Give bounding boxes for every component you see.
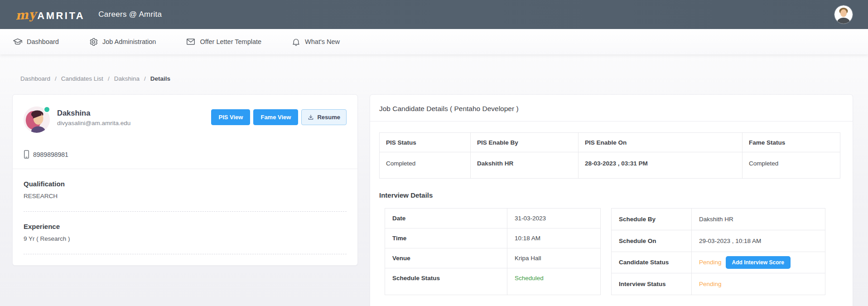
user-profile-avatar[interactable] xyxy=(834,5,853,24)
interview-status-value: Pending xyxy=(692,273,825,295)
envelope-icon xyxy=(186,37,196,47)
candidate-email: divyasalini@am.amrita.edu xyxy=(57,120,130,126)
interview-status-label: Interview Status xyxy=(612,273,692,295)
schedule-by-label: Schedule By xyxy=(612,209,692,230)
schedule-status-label: Schedule Status xyxy=(385,268,507,295)
pis-enable-on-header: PIS Enable On xyxy=(579,133,743,152)
candidate-status-label: Candidate Status xyxy=(612,252,692,273)
interview-details-title: Interview Details xyxy=(379,191,839,199)
nav-label: What's New xyxy=(305,38,340,45)
table-row: Candidate Status Pending Add Interview S… xyxy=(612,252,825,273)
candidate-avatar xyxy=(24,107,50,133)
interview-status-table: Schedule By Dakshith HR Schedule On 29-0… xyxy=(611,208,825,295)
job-candidate-details-card: Job Candidate Details ( Pentaho Develope… xyxy=(370,94,853,306)
download-icon xyxy=(308,114,314,121)
careers-page: my AMRITA Careers @ Amrita xyxy=(0,0,868,306)
experience-section: Experience 9 Yr ( Research ) xyxy=(13,212,357,242)
content-area: Dakshina divyasalini@am.amrita.edu PIS V… xyxy=(0,82,868,306)
top-header: my AMRITA Careers @ Amrita xyxy=(0,0,868,29)
nav-item-dashboard[interactable]: Dashboard xyxy=(5,32,66,51)
candidate-action-buttons: PIS View Fame View Resume xyxy=(211,107,347,125)
pis-status-table: PIS Status PIS Enable By PIS Enable On F… xyxy=(379,132,840,179)
breadcrumb-separator: / xyxy=(144,75,146,82)
pis-status-header: PIS Status xyxy=(380,133,471,152)
table-row: Schedule On 29-03-2023 , 10:18 AM xyxy=(612,230,825,252)
bell-icon xyxy=(291,37,301,47)
nav-label: Offer Letter Template xyxy=(200,38,261,45)
breadcrumb-candidate-name[interactable]: Dakshina xyxy=(114,75,140,82)
logo-amrita-text: AMRITA xyxy=(37,10,85,22)
breadcrumb-candidates-list[interactable]: Candidates List xyxy=(61,75,103,82)
breadcrumb-current-details: Details xyxy=(150,75,170,82)
app-title: Careers @ Amrita xyxy=(98,10,162,19)
date-value: 31-03-2023 xyxy=(507,209,601,228)
pis-enable-by-value: Dakshith HR xyxy=(471,152,579,179)
fame-view-button[interactable]: Fame View xyxy=(253,109,298,125)
candidate-identity: Dakshina divyasalini@am.amrita.edu xyxy=(57,107,130,126)
time-value: 10:18 AM xyxy=(507,228,601,248)
schedule-status-value: Scheduled xyxy=(507,268,601,295)
nav-item-job-administration[interactable]: Job Administration xyxy=(82,33,163,51)
graduation-cap-icon xyxy=(13,37,23,47)
table-row: Date 31-03-2023 xyxy=(385,209,601,228)
myamrita-logo[interactable]: my AMRITA xyxy=(15,8,85,22)
user-avatar-icon xyxy=(834,5,853,24)
nav-label: Dashboard xyxy=(27,38,59,45)
table-row: Schedule By Dakshith HR xyxy=(612,209,825,230)
experience-label: Experience xyxy=(24,223,347,230)
candidate-phone-row: 8989898981 xyxy=(13,133,357,169)
candidate-summary-card: Dakshina divyasalini@am.amrita.edu PIS V… xyxy=(12,94,358,266)
interview-schedule-table: Date 31-03-2023 Time 10:18 AM Venue Krip… xyxy=(385,208,601,295)
pis-table-value-row: Completed Dakshith HR 28-03-2023 , 03:31… xyxy=(380,152,840,179)
table-row: Schedule Status Scheduled xyxy=(385,268,601,295)
details-card-title: Job Candidate Details ( Pentaho Develope… xyxy=(370,95,853,121)
experience-value: 9 Yr ( Research ) xyxy=(24,235,347,242)
pis-table-header-row: PIS Status PIS Enable By PIS Enable On F… xyxy=(380,133,840,152)
candidate-header-row: Dakshina divyasalini@am.amrita.edu PIS V… xyxy=(13,95,357,133)
nav-item-offer-letter-template[interactable]: Offer Letter Template xyxy=(178,32,269,51)
main-nav: Dashboard Job Administration Offer Lette… xyxy=(0,29,868,54)
date-label: Date xyxy=(385,209,507,228)
nav-item-whats-new[interactable]: What's New xyxy=(284,33,347,51)
breadcrumb-dashboard[interactable]: Dashboard xyxy=(20,75,50,82)
pis-view-button[interactable]: PIS View xyxy=(211,109,250,125)
interview-tables-row: Date 31-03-2023 Time 10:18 AM Venue Krip… xyxy=(385,208,839,295)
qualification-label: Qualification xyxy=(24,180,347,188)
pis-enable-on-value: 28-03-2023 , 03:31 PM xyxy=(579,152,743,179)
time-label: Time xyxy=(385,228,507,248)
online-status-dot xyxy=(43,106,50,113)
gear-icon xyxy=(89,37,98,47)
venue-value: Kripa Hall xyxy=(507,248,601,268)
resume-button-label: Resume xyxy=(317,114,340,121)
table-row: Time 10:18 AM xyxy=(385,228,601,248)
logo-my-text: my xyxy=(15,7,37,22)
nav-label: Job Administration xyxy=(102,38,156,45)
fame-status-value: Completed xyxy=(743,152,840,179)
qualification-section: Qualification RESEARCH xyxy=(13,169,357,199)
pis-status-value: Completed xyxy=(380,152,471,179)
schedule-on-value: 29-03-2023 , 10:18 AM xyxy=(692,230,825,252)
breadcrumb-separator: / xyxy=(108,75,110,82)
breadcrumb: Dashboard / Candidates List / Dakshina /… xyxy=(0,54,868,82)
qualification-value: RESEARCH xyxy=(24,193,347,199)
candidate-name: Dakshina xyxy=(57,107,130,117)
candidate-status-value: Pending xyxy=(699,259,722,266)
details-card-body: PIS Status PIS Enable By PIS Enable On F… xyxy=(370,121,853,306)
breadcrumb-separator: / xyxy=(55,75,57,82)
table-row: Venue Kripa Hall xyxy=(385,248,601,268)
add-interview-score-button[interactable]: Add Interview Score xyxy=(726,256,791,269)
schedule-by-value: Dakshith HR xyxy=(692,209,825,230)
schedule-on-label: Schedule On xyxy=(612,230,692,252)
fame-status-header: Fame Status xyxy=(743,133,840,152)
pis-enable-by-header: PIS Enable By xyxy=(471,133,579,152)
mobile-phone-icon xyxy=(24,150,29,159)
candidate-status-cell: Pending Add Interview Score xyxy=(692,252,825,273)
venue-label: Venue xyxy=(385,248,507,268)
candidate-phone: 8989898981 xyxy=(33,151,68,158)
table-row: Interview Status Pending xyxy=(612,273,825,295)
resume-download-button[interactable]: Resume xyxy=(301,109,347,125)
